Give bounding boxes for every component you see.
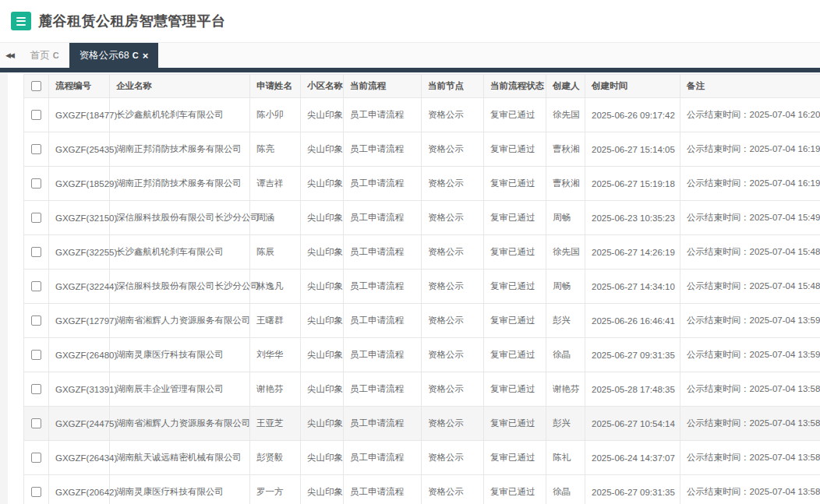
records-table: 流程编号企业名称申请姓名小区名称当前流程当前节点当前流程状态创建人创建时间备注 … bbox=[23, 74, 820, 504]
cell-id: GXGZF(18477) bbox=[49, 98, 110, 132]
cell-id: GXGZF(25435) bbox=[49, 132, 110, 167]
cell-applicant: 王亚芝 bbox=[250, 407, 301, 441]
row-checkbox-cell bbox=[24, 338, 49, 372]
cell-id: GXGZF(32150) bbox=[49, 201, 110, 235]
cell-remark: 公示结束时间：2025-07-04 16:20:02 bbox=[680, 98, 820, 132]
row-checkbox[interactable] bbox=[31, 418, 41, 428]
select-all-cell bbox=[24, 75, 49, 98]
cell-creator: 徐晶 bbox=[546, 475, 585, 504]
cell-community: 尖山印象 bbox=[301, 98, 344, 132]
cell-creator: 陈礼 bbox=[546, 441, 585, 475]
cell-company: 深信服科技股份有限公司长沙分公司 bbox=[110, 270, 250, 304]
row-checkbox[interactable] bbox=[31, 315, 41, 326]
cell-created_at: 2025-06-27 09:31:35 bbox=[585, 338, 680, 372]
close-icon[interactable]: × bbox=[143, 51, 149, 61]
cell-company: 长沙鑫航机轮刹车有限公司 bbox=[110, 235, 250, 270]
cell-id: GXGZF(18529) bbox=[49, 167, 110, 201]
tab-bar: ◀◀ 首页 C 资格公示68 C × bbox=[0, 43, 820, 68]
column-header: 小区名称 bbox=[301, 75, 344, 98]
cell-created_at: 2025-06-24 14:37:07 bbox=[585, 441, 680, 475]
row-checkbox-cell bbox=[24, 201, 49, 235]
cell-id: GXGZF(31391) bbox=[49, 372, 110, 407]
cell-company: 湖南省湘辉人力资源服务有限公司 bbox=[110, 407, 250, 441]
cell-applicant: 王曙群 bbox=[250, 304, 301, 338]
app-window: 麓谷租赁公租房智慧管理平台 ◀◀ 首页 C 资格公示68 C × bbox=[0, 0, 820, 504]
cell-process: 员工申请流程 bbox=[344, 407, 422, 441]
cell-created_at: 2025-06-27 14:34:10 bbox=[585, 270, 680, 304]
cell-id: GXGZF(26480) bbox=[49, 338, 110, 372]
cell-remark: 公示结束时间：2025-07-04 16:19:37 bbox=[680, 132, 820, 167]
cell-process: 员工申请流程 bbox=[344, 235, 422, 270]
row-checkbox[interactable] bbox=[31, 247, 41, 257]
row-checkbox[interactable] bbox=[31, 213, 41, 223]
cell-applicant: 谭吉祥 bbox=[250, 167, 301, 201]
cell-id: GXGZF(24475) bbox=[49, 407, 110, 441]
cell-created_at: 2025-05-28 17:48:35 bbox=[585, 372, 680, 407]
cell-creator: 周畅 bbox=[546, 270, 585, 304]
cell-id: GXGZF(32255) bbox=[49, 235, 110, 270]
row-checkbox[interactable] bbox=[31, 350, 41, 360]
cell-status: 复审已通过 bbox=[484, 372, 546, 407]
cell-community: 尖山印象 bbox=[301, 372, 344, 407]
tab-qualification-publicity[interactable]: 资格公示68 C × bbox=[69, 43, 158, 68]
cell-process: 员工申请流程 bbox=[344, 475, 422, 504]
row-checkbox-cell bbox=[24, 98, 49, 132]
collapse-tabs-icon[interactable]: ◀◀ bbox=[0, 51, 20, 59]
cell-process: 员工申请流程 bbox=[344, 270, 422, 304]
cell-process: 员工申请流程 bbox=[344, 372, 422, 407]
cell-node: 资格公示 bbox=[422, 201, 484, 235]
cell-status: 复审已通过 bbox=[484, 98, 546, 132]
table-row: GXGZF(32150)深信服科技股份有限公司长沙分公司周涵尖山印象员工申请流程… bbox=[24, 201, 820, 235]
cell-node: 资格公示 bbox=[422, 441, 484, 475]
cell-status: 复审已通过 bbox=[484, 475, 546, 504]
table-row: GXGZF(32255)长沙鑫航机轮刹车有限公司陈辰尖山印象员工申请流程资格公示… bbox=[24, 235, 820, 270]
tab-home[interactable]: 首页 C bbox=[20, 43, 69, 68]
cell-remark: 公示结束时间：2025-07-04 13:59:27 bbox=[680, 304, 820, 338]
cell-company: 湖南灵康医疗科技有限公司 bbox=[110, 475, 250, 504]
row-checkbox[interactable] bbox=[31, 487, 41, 497]
refresh-icon[interactable]: C bbox=[133, 51, 139, 60]
column-header: 当前流程状态 bbox=[484, 75, 546, 98]
column-header: 当前节点 bbox=[422, 75, 484, 98]
cell-process: 员工申请流程 bbox=[344, 201, 422, 235]
row-checkbox-cell bbox=[24, 372, 49, 407]
cell-creator: 曹秋湘 bbox=[546, 167, 585, 201]
table-row: GXGZF(25435)湖南正邦消防技术服务有限公司陈亮尖山印象员工申请流程资格… bbox=[24, 132, 820, 167]
row-checkbox-cell bbox=[24, 407, 49, 441]
cell-company: 长沙鑫航机轮刹车有限公司 bbox=[110, 98, 250, 132]
left-gutter bbox=[0, 72, 8, 504]
row-checkbox-cell bbox=[24, 441, 49, 475]
cell-status: 复审已通过 bbox=[484, 132, 546, 167]
row-checkbox[interactable] bbox=[31, 281, 41, 291]
row-checkbox[interactable] bbox=[31, 110, 41, 120]
refresh-icon[interactable]: C bbox=[53, 51, 59, 60]
cell-id: GXGZF(12797) bbox=[49, 304, 110, 338]
cell-node: 资格公示 bbox=[422, 98, 484, 132]
cell-remark: 公示结束时间：2025-07-04 15:48:57 bbox=[680, 235, 820, 270]
cell-status: 复审已通过 bbox=[484, 270, 546, 304]
column-header: 创建人 bbox=[546, 75, 585, 98]
tab-home-label: 首页 bbox=[30, 49, 50, 62]
row-checkbox-cell bbox=[24, 235, 49, 270]
row-checkbox[interactable] bbox=[31, 384, 41, 394]
cell-remark: 公示结束时间：2025-07-04 15:48:43 bbox=[680, 270, 820, 304]
cell-community: 尖山印象 bbox=[301, 235, 344, 270]
cell-company: 湖南辰丰企业管理有限公司 bbox=[110, 372, 250, 407]
row-checkbox[interactable] bbox=[31, 453, 41, 463]
cell-node: 资格公示 bbox=[422, 270, 484, 304]
select-all-checkbox[interactable] bbox=[31, 81, 41, 91]
cell-company: 湖南灵康医疗科技有限公司 bbox=[110, 338, 250, 372]
column-header: 流程编号 bbox=[49, 75, 110, 98]
cell-creator: 周畅 bbox=[546, 201, 585, 235]
menu-toggle-button[interactable] bbox=[11, 12, 31, 30]
cell-created_at: 2025-06-27 15:14:05 bbox=[585, 132, 680, 167]
cell-created_at: 2025-06-23 10:35:23 bbox=[585, 201, 680, 235]
row-checkbox[interactable] bbox=[31, 144, 41, 154]
row-checkbox[interactable] bbox=[31, 178, 41, 189]
table-row: GXGZF(31391)湖南辰丰企业管理有限公司谢艳芬尖山印象员工申请流程资格公… bbox=[24, 372, 820, 407]
cell-node: 资格公示 bbox=[422, 407, 484, 441]
cell-status: 复审已通过 bbox=[484, 441, 546, 475]
cell-node: 资格公示 bbox=[422, 304, 484, 338]
table-row: GXGZF(18477)长沙鑫航机轮刹车有限公司陈小卯尖山印象员工申请流程资格公… bbox=[24, 98, 820, 132]
cell-applicant: 陈辰 bbox=[250, 235, 301, 270]
